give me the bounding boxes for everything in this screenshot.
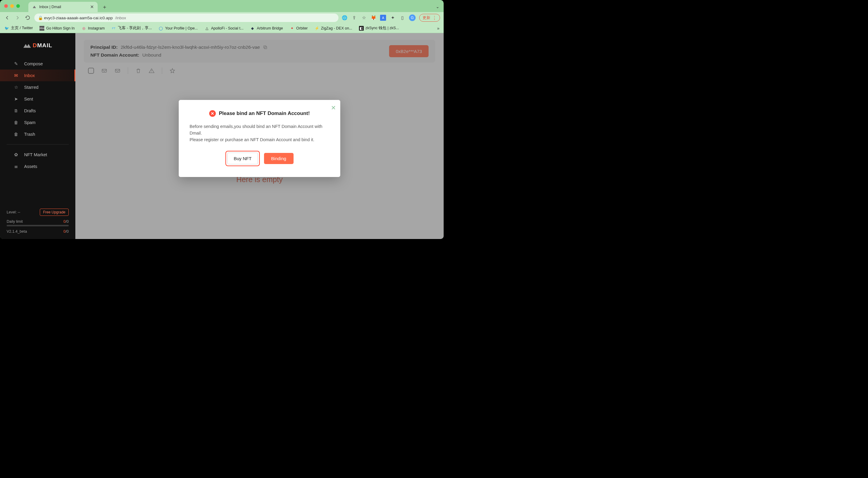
bookmarks-bar: 🐦主页 / Twitter HiltonGo Hilton Sign In ◎I… [0, 24, 444, 33]
browser-tab-strip: Inbox | Dmail ✕ ＋ ⌄ [0, 0, 444, 12]
extension-metamask-icon[interactable]: 🦊 [370, 15, 376, 21]
star-icon: ☆ [13, 85, 19, 90]
sidebar-item-drafts[interactable]: 🗎Drafts [0, 105, 75, 116]
bookmark-item[interactable]: ✦Orbiter [290, 26, 308, 31]
tab-title: Inbox | Dmail [39, 5, 61, 9]
back-button[interactable] [4, 14, 11, 21]
menu-dots-icon: ⋮ [432, 15, 437, 21]
extension-translator-icon[interactable]: A [380, 15, 386, 21]
sidebar-item-inbox[interactable]: ✉Inbox [0, 70, 75, 81]
new-tab-button[interactable]: ＋ [100, 2, 109, 11]
sidebar: DMAIL ✎Compose ✉Inbox ☆Starred ➤Sent 🗎Dr… [0, 33, 75, 239]
sidebar-item-compose[interactable]: ✎Compose [0, 58, 75, 70]
sidebar-divider [7, 144, 69, 144]
profile-avatar[interactable]: G [409, 14, 415, 21]
buy-nft-highlight: Buy NFT [225, 151, 259, 166]
error-icon: ✕ [209, 110, 216, 117]
sidebar-item-nft-market[interactable]: ✿NFT Market [0, 149, 75, 161]
sidebar-item-starred[interactable]: ☆Starred [0, 81, 75, 93]
bookmark-item[interactable]: △ApolloFi - Social t... [204, 26, 244, 31]
binding-button[interactable]: Binding [264, 153, 293, 164]
bookmark-item[interactable]: ◆Arbitrum Bridge [250, 26, 283, 31]
share-icon[interactable]: ⇪ [351, 15, 357, 21]
opensea-icon: ◯ [158, 26, 163, 31]
version-value: 0/0 [64, 229, 69, 234]
modal-body: Before sending emails,you should bind an… [190, 124, 330, 143]
modal-overlay: ✕ ✕ Please bind an NFT Domain Account! B… [75, 33, 444, 239]
extensions-puzzle-icon[interactable]: ✦ [390, 15, 396, 21]
traffic-lights [4, 4, 20, 8]
compose-icon: ✎ [13, 61, 19, 66]
bookmark-item[interactable]: ◎Instagram [82, 26, 105, 31]
assets-icon: ≣ [13, 164, 19, 169]
orbiter-icon: ✦ [290, 26, 294, 31]
daily-bar [7, 225, 69, 226]
modal-buttons: Buy NFT Binding [190, 151, 330, 166]
spam-icon: 🗑 [13, 120, 19, 125]
modal-close-icon[interactable]: ✕ [331, 104, 336, 111]
translate-icon[interactable]: 🌐 [341, 15, 347, 21]
trash-icon: 🗑 [13, 132, 19, 137]
sidebar-item-trash[interactable]: 🗑Trash [0, 128, 75, 140]
tab-close-icon[interactable]: ✕ [90, 4, 94, 10]
level-label: Level: -- [7, 210, 20, 214]
main-area: Principal ID: 2kf6d-u46la-fdzyr-ls2em-kn… [75, 33, 444, 239]
version-label: V2.1.4_beta [7, 229, 27, 234]
zigzag-icon: ⚡ [314, 26, 319, 31]
url-host: evyc3-ziaaa-aaaak-aam5a-cai.ic0.app [44, 15, 113, 20]
bookmark-item[interactable]: ⚡ZigZag - DEX on... [314, 26, 352, 31]
sidebar-item-sent[interactable]: ➤Sent [0, 93, 75, 105]
sidepanel-icon[interactable]: ▯ [399, 15, 405, 21]
zksync-icon: ◧ [359, 26, 364, 31]
update-button[interactable]: 更新 ⋮ [419, 14, 440, 22]
bind-nft-modal: ✕ ✕ Please bind an NFT Domain Account! B… [179, 100, 340, 177]
bookmark-item[interactable]: 🐦主页 / Twitter [4, 26, 33, 31]
tab-favicon-icon [32, 4, 37, 9]
drafts-icon: 🗎 [13, 108, 19, 113]
sidebar-item-assets[interactable]: ≣Assets [0, 161, 75, 172]
bookmark-item[interactable]: FT飞客 - 享此刻，享... [111, 26, 152, 31]
daily-value: 0/0 [64, 219, 69, 224]
update-label: 更新 [423, 15, 430, 21]
lock-icon: 🔒 [38, 15, 41, 20]
sidebar-item-spam[interactable]: 🗑Spam [0, 116, 75, 128]
nft-icon: ✿ [13, 152, 19, 157]
window-close-icon[interactable] [4, 4, 8, 8]
logo-icon [23, 42, 31, 49]
bookmark-item[interactable]: ◯Your Profile | Ope... [158, 26, 198, 31]
toolbar-right: 🌐 ⇪ ☆ 🦊 A ✦ ▯ G 更新 ⋮ [341, 14, 440, 22]
address-bar[interactable]: 🔒 evyc3-ziaaa-aaaak-aam5a-cai.ic0.app/in… [34, 13, 338, 22]
buy-nft-button[interactable]: Buy NFT [227, 152, 258, 164]
reload-button[interactable] [24, 14, 31, 21]
arbitrum-icon: ◆ [250, 26, 255, 31]
apollofi-icon: △ [204, 26, 209, 31]
instagram-icon: ◎ [82, 26, 86, 31]
inbox-icon: ✉ [13, 73, 19, 78]
logo-text: DMAIL [33, 42, 52, 49]
browser-toolbar: 🔒 evyc3-ziaaa-aaaak-aam5a-cai.ic0.app/in… [0, 12, 444, 24]
forward-button[interactable] [14, 14, 21, 21]
hilton-icon: Hilton [39, 26, 44, 31]
browser-tab[interactable]: Inbox | Dmail ✕ [28, 2, 98, 12]
twitter-icon: 🐦 [4, 26, 9, 31]
sidebar-footer: Level: -- Free Upgrade Daily limit 0/0 V… [0, 203, 75, 239]
flyer-icon: FT [111, 26, 116, 31]
sent-icon: ➤ [13, 97, 19, 101]
bookmark-item[interactable]: HiltonGo Hilton Sign In [39, 26, 75, 31]
modal-title-row: ✕ Please bind an NFT Domain Account! [190, 110, 330, 117]
bookmarks-overflow[interactable]: » [437, 26, 439, 31]
sidebar-nav: ✎Compose ✉Inbox ☆Starred ➤Sent 🗎Drafts 🗑… [0, 58, 75, 172]
modal-title: Please bind an NFT Domain Account! [219, 110, 310, 116]
page-content: DMAIL ✎Compose ✉Inbox ☆Starred ➤Sent 🗎Dr… [0, 33, 444, 239]
logo[interactable]: DMAIL [0, 33, 75, 58]
window-minimize-icon[interactable] [10, 4, 14, 8]
window-expand-icon[interactable]: ⌄ [436, 4, 439, 9]
window-zoom-icon[interactable] [16, 4, 20, 8]
url-path: /inbox [115, 15, 126, 20]
bookmark-item[interactable]: ◧zkSync 钱包 | zkS... [359, 26, 399, 31]
upgrade-button[interactable]: Free Upgrade [40, 209, 69, 216]
daily-label: Daily limit [7, 219, 23, 224]
bookmark-star-icon[interactable]: ☆ [361, 15, 367, 21]
